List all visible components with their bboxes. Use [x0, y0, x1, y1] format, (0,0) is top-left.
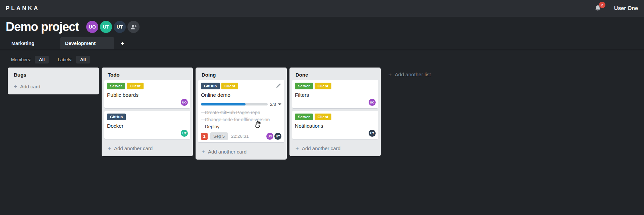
card-label: GitHub	[107, 114, 126, 120]
labels-filter-label: Labels:	[58, 57, 72, 62]
add-card-button[interactable]: +Add another card	[104, 142, 190, 154]
plus-icon: +	[296, 145, 299, 151]
card[interactable]: ServerClientFiltersUO	[292, 80, 378, 108]
card-member-avatar[interactable]: UT	[274, 133, 281, 140]
user-menu[interactable]: User One	[614, 5, 638, 11]
card-label: Server	[107, 83, 125, 89]
task-item: Deploy	[201, 123, 281, 130]
list-title[interactable]: Doing	[198, 70, 284, 80]
notification-badge: 2	[599, 2, 605, 8]
notifications-button[interactable]: 2	[594, 4, 602, 12]
add-list-label: Add another list	[395, 72, 431, 78]
add-card-label: Add another card	[208, 149, 247, 155]
card-title: Docker	[107, 123, 187, 129]
topbar: PLANKA 2 User One	[0, 0, 644, 17]
list-bugs: Bugs+Add card	[8, 68, 99, 94]
progress-bar	[201, 103, 268, 105]
tab-development[interactable]: Development	[60, 37, 114, 49]
card-labels: ServerClient	[295, 83, 375, 89]
add-card-button[interactable]: +Add another card	[198, 145, 284, 157]
project-header: Demo project UOUTUT	[0, 17, 644, 34]
plus-icon: +	[202, 149, 205, 155]
card-title: Filters	[295, 92, 375, 98]
card-notification-badge: 1	[201, 133, 208, 140]
list-title[interactable]: Done	[292, 70, 378, 80]
add-card-label: Add another card	[302, 145, 340, 151]
progress-bar-fill	[201, 103, 246, 105]
card-title: Notifications	[295, 123, 375, 129]
card[interactable]: ServerClientPublic boardsUO	[104, 80, 190, 108]
task-list: Create GitHub Pages repoChange code for …	[201, 109, 281, 130]
app-logo[interactable]: PLANKA	[6, 5, 40, 12]
plus-icon: +	[14, 84, 17, 89]
project-members: UOUTUT	[86, 21, 140, 33]
list-title[interactable]: Todo	[104, 70, 190, 80]
due-date-badge[interactable]: Sep 5	[210, 132, 228, 140]
card-labels: ServerClient	[107, 83, 187, 89]
add-board-button[interactable]: +	[117, 37, 128, 49]
card-title: Public boards	[107, 92, 187, 98]
card-label: Client	[315, 114, 331, 120]
card-members: UT	[181, 130, 188, 137]
tabs-divider	[0, 49, 644, 50]
add-card-button[interactable]: +Add another card	[292, 142, 378, 154]
task-item: Change code for offline version	[201, 116, 281, 123]
filter-bar: Members: All Labels: All	[0, 56, 644, 63]
list-todo: TodoServerClientPublic boardsUOGitHubDoc…	[102, 68, 193, 156]
user-plus-icon	[130, 24, 137, 30]
card-label: Client	[127, 83, 144, 89]
list-done: DoneServerClientFiltersUOServerClientNot…	[289, 68, 381, 156]
tasks-progress: 2/3	[201, 102, 281, 107]
card-label: Client	[221, 83, 238, 89]
page-title[interactable]: Demo project	[6, 20, 79, 34]
timer-label[interactable]: 22:26:31	[231, 134, 249, 139]
board-tabs: MarketingDevelopment+	[0, 37, 644, 49]
tasks-toggle[interactable]: 2/3	[270, 102, 281, 107]
members-filter-label: Members:	[11, 57, 31, 62]
tab-marketing[interactable]: Marketing	[7, 37, 60, 49]
card-member-avatar[interactable]: UO	[369, 99, 376, 106]
member-avatar[interactable]: UT	[114, 21, 126, 33]
member-avatar[interactable]: UO	[86, 21, 98, 33]
labels-filter-value[interactable]: All	[76, 56, 90, 63]
card-members: UOUT	[266, 133, 281, 140]
card[interactable]: GitHubDockerUT	[104, 111, 190, 139]
card-member-avatar[interactable]: UT	[369, 130, 376, 137]
task-item: Create GitHub Pages repo	[201, 109, 281, 116]
card-label: Server	[295, 83, 313, 89]
card-label: GitHub	[201, 83, 220, 89]
add-member-button[interactable]	[127, 21, 140, 33]
card-member-avatar[interactable]: UO	[181, 99, 188, 106]
tasks-progress-count: 2/3	[270, 102, 276, 107]
topbar-right: 2 User One	[594, 4, 638, 12]
edit-card-button[interactable]	[276, 83, 281, 89]
add-card-label: Add card	[20, 84, 40, 89]
card-footer: 1Sep 522:26:31UOUT	[201, 132, 281, 140]
add-card-button[interactable]: +Add card	[10, 80, 96, 92]
card-labels: GitHub	[107, 114, 187, 120]
list-doing: DoingGitHubClientOnline demo2/3Create Gi…	[196, 68, 287, 160]
card-members: UT	[369, 130, 376, 137]
board: Bugs+Add cardTodoServerClientPublic boar…	[0, 63, 644, 160]
member-avatar[interactable]: UT	[100, 21, 112, 33]
card-label: Client	[315, 83, 331, 89]
card-title: Online demo	[201, 92, 281, 98]
card-label: Server	[295, 114, 313, 120]
members-filter-value[interactable]: All	[35, 56, 49, 63]
add-list-button[interactable]: +Add another list	[388, 72, 431, 78]
card[interactable]: ServerClientNotificationsUT	[292, 111, 378, 139]
card-member-avatar[interactable]: UO	[266, 133, 273, 140]
pencil-icon	[276, 83, 281, 88]
card-members: UO	[181, 99, 188, 106]
card-members: UO	[369, 99, 376, 106]
card-labels: GitHubClient	[201, 83, 281, 89]
add-card-label: Add another card	[114, 145, 153, 151]
card-labels: ServerClient	[295, 114, 375, 120]
card[interactable]: GitHubClientOnline demo2/3Create GitHub …	[198, 80, 284, 142]
chevron-down-icon	[278, 103, 281, 105]
plus-icon: +	[108, 145, 111, 151]
card-member-avatar[interactable]: UT	[181, 130, 188, 137]
plus-icon: +	[388, 72, 392, 78]
list-title[interactable]: Bugs	[10, 70, 96, 80]
